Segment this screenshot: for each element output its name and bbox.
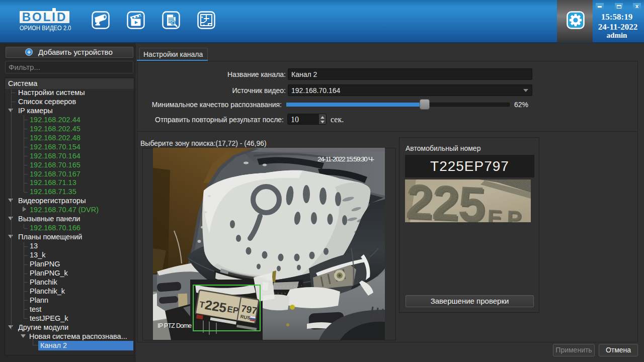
svg-text:225: 225 xyxy=(405,179,487,222)
svg-text:IP PTZ Dome: IP PTZ Dome xyxy=(157,322,192,329)
svg-text:24-11-2022 15:59:30 Ч-: 24-11-2022 15:59:30 Ч- xyxy=(317,155,374,163)
svg-text:ЕР: ЕР xyxy=(226,304,239,315)
